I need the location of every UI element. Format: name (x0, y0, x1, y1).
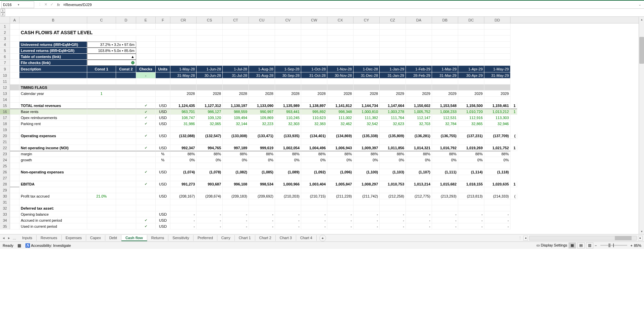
data-cell[interactable] (484, 175, 511, 181)
data-cell[interactable] (275, 54, 301, 60)
data-cell[interactable] (249, 163, 275, 169)
hdr-date-end[interactable]: 31-Jul-28 (223, 72, 249, 78)
column-header-CT[interactable]: CT (223, 17, 249, 23)
data-cell[interactable] (484, 187, 511, 193)
data-cell[interactable] (170, 163, 197, 169)
data-cell[interactable]: 1,147,664 (380, 103, 406, 109)
cell-units[interactable] (156, 127, 170, 133)
data-cell[interactable] (223, 54, 249, 60)
data-cell[interactable]: 88% (484, 151, 511, 157)
data-cell[interactable]: 998,534 (249, 181, 275, 187)
data-cell[interactable] (197, 23, 223, 30)
data-cell[interactable]: 32,623 (380, 121, 406, 127)
data-cell[interactable]: 1,016,792 (432, 145, 458, 151)
row-header-35[interactable]: 35 (0, 223, 10, 229)
data-cell[interactable] (223, 36, 249, 42)
scroll-left-icon[interactable]: ◂ (523, 236, 528, 240)
data-cell[interactable] (380, 199, 406, 205)
data-cell[interactable]: (213,293) (432, 193, 458, 199)
data-cell[interactable]: 1,011,856 (380, 145, 406, 151)
data-cell[interactable]: 994,765 (197, 145, 223, 151)
data-cell[interactable] (484, 97, 511, 103)
cell-a[interactable] (10, 205, 19, 211)
data-cell[interactable] (275, 30, 301, 36)
cell-a[interactable] (10, 139, 19, 145)
hdr-date-start[interactable]: 1-Jun-28 (197, 66, 223, 72)
data-cell[interactable] (301, 36, 327, 42)
row-header-10[interactable]: 10 (0, 72, 10, 78)
data-cell[interactable] (197, 163, 223, 169)
check-cell[interactable]: ✔ (136, 115, 156, 121)
data-cell[interactable] (249, 36, 275, 42)
data-cell[interactable]: - (484, 217, 511, 223)
display-settings-button[interactable]: ▭ Display Settings (536, 243, 567, 248)
data-cell[interactable]: 0% (484, 157, 511, 163)
data-cell[interactable]: 2028 (170, 91, 197, 97)
data-cell[interactable] (327, 199, 354, 205)
cell[interactable] (10, 121, 19, 127)
hdr-date-end[interactable]: 31-Dec-28 (354, 72, 380, 78)
column-header-CW[interactable]: CW (301, 17, 327, 23)
data-cell[interactable] (458, 60, 484, 66)
data-cell[interactable]: - (197, 211, 223, 217)
data-cell[interactable] (484, 199, 511, 205)
data-cell[interactable]: 1,005,752 (406, 109, 432, 115)
check-cell[interactable]: ✔ (136, 223, 156, 229)
cell-a[interactable] (10, 187, 19, 193)
data-cell[interactable] (327, 42, 354, 48)
column-header-A[interactable]: A (10, 17, 19, 23)
data-cell[interactable] (197, 139, 223, 145)
row-header-1[interactable]: 1 (0, 23, 10, 30)
data-cell[interactable]: - (275, 211, 301, 217)
cell-units[interactable] (156, 23, 170, 30)
data-cell[interactable]: 110,245 (275, 115, 301, 121)
cell[interactable] (327, 85, 354, 91)
row-header-15[interactable]: 15 (0, 103, 10, 109)
const1-profit_tax[interactable]: 21.0% (87, 193, 116, 199)
data-cell[interactable] (327, 139, 354, 145)
cell-checks[interactable] (136, 127, 156, 133)
cell[interactable] (10, 115, 19, 121)
data-cell[interactable]: (1,085) (249, 169, 275, 175)
data-cell[interactable]: 32,946 (484, 121, 511, 127)
data-cell[interactable] (406, 205, 432, 211)
data-cell[interactable] (458, 163, 484, 169)
cell[interactable] (10, 42, 19, 48)
sheet-tab-preferred[interactable]: Preferred (194, 235, 217, 241)
file-checks-link[interactable]: File checks (link) (19, 60, 87, 66)
data-cell[interactable] (484, 78, 511, 85)
hdr-date-start[interactable]: 1-Jul-28 (223, 66, 249, 72)
cell-label[interactable] (19, 78, 87, 85)
column-header-CV[interactable]: CV (275, 17, 301, 23)
cell-a[interactable] (10, 97, 19, 103)
data-cell[interactable]: (1,089) (275, 169, 301, 175)
cell-const2[interactable] (116, 163, 136, 169)
data-cell[interactable] (432, 199, 458, 205)
data-cell[interactable] (432, 127, 458, 133)
hdr-date-end[interactable]: 28-Feb-29 (406, 72, 432, 78)
cell[interactable] (116, 72, 136, 78)
data-cell[interactable] (354, 42, 380, 48)
data-cell[interactable] (406, 175, 432, 181)
data-cell[interactable] (327, 187, 354, 193)
units-margin[interactable]: % (156, 151, 170, 157)
data-cell[interactable] (327, 205, 354, 211)
data-cell[interactable] (484, 48, 511, 54)
cell[interactable] (156, 72, 170, 78)
data-cell[interactable]: - (197, 223, 223, 229)
sheet-tab-inputs[interactable]: Inputs (18, 235, 37, 241)
cell[interactable] (301, 85, 327, 91)
data-cell[interactable] (197, 78, 223, 85)
data-cell[interactable]: - (327, 223, 354, 229)
data-cell[interactable] (380, 97, 406, 103)
data-cell[interactable]: 988,559 (223, 109, 249, 115)
row-margin[interactable]: margin (19, 151, 87, 157)
data-cell[interactable] (327, 163, 354, 169)
cell[interactable] (406, 85, 432, 91)
data-cell[interactable] (301, 60, 327, 66)
data-cell[interactable] (275, 187, 301, 193)
hdr-date-end[interactable]: 31-Oct-28 (301, 72, 327, 78)
data-cell[interactable] (301, 163, 327, 169)
data-cell[interactable]: 1,127,312 (197, 103, 223, 109)
cell-const2[interactable] (116, 205, 136, 211)
